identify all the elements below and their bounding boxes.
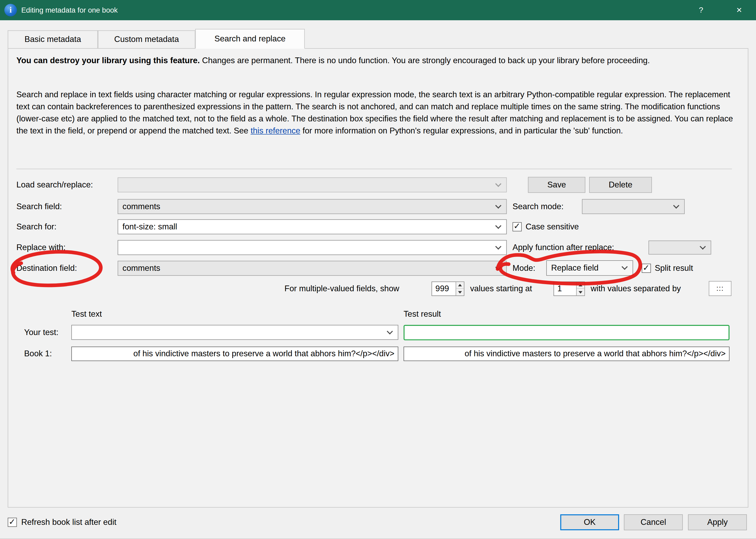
book1-label: Book 1:: [24, 346, 52, 361]
case-sensitive-checkbox[interactable]: [513, 222, 522, 231]
load-search-replace-combo[interactable]: [118, 178, 507, 193]
refresh-book-list-label: Refresh book list after edit: [21, 515, 117, 530]
book1-test-result-field[interactable]: of his vindictive masters to preserve a …: [404, 346, 729, 361]
cancel-button[interactable]: Cancel: [624, 514, 683, 530]
chevron-down-icon: [495, 243, 501, 249]
load-search-replace-label: Load search/replace:: [17, 178, 93, 193]
tab-custom-metadata[interactable]: Custom metadata: [98, 31, 195, 48]
chevron-down-icon: [673, 202, 679, 208]
spinner-up-icon[interactable]: [456, 282, 463, 289]
chevron-down-icon: [495, 202, 501, 208]
mode-combo[interactable]: Replace field: [546, 260, 633, 276]
spinner-up-icon[interactable]: [577, 282, 584, 289]
mode-value: Replace field: [551, 263, 599, 272]
save-button[interactable]: Save: [528, 177, 585, 193]
chevron-down-icon: [700, 243, 706, 249]
book1-test-text: of his vindictive masters to preserve a …: [133, 347, 395, 360]
spinner-down-icon[interactable]: [456, 289, 463, 295]
chevron-down-icon: [387, 328, 393, 334]
search-for-combo[interactable]: font-size: small: [118, 219, 507, 234]
refresh-book-list-checkbox[interactable]: [8, 518, 17, 527]
chevron-down-icon: [495, 181, 501, 187]
search-for-label: Search for:: [17, 219, 57, 234]
multi-fields-text2: values starting at: [470, 281, 532, 296]
warning-text: You can destroy your library using this …: [17, 54, 734, 67]
warning-rest: Changes are permanent. There is no undo …: [200, 56, 650, 65]
warning-bold: You can destroy your library using this …: [17, 56, 200, 65]
search-mode-label: Search mode:: [513, 199, 564, 214]
test-text-header: Test text: [71, 309, 102, 319]
help-button[interactable]: ?: [688, 0, 714, 20]
chevron-down-icon: [495, 223, 501, 229]
split-result-label: Split result: [655, 261, 693, 276]
apply-function-combo[interactable]: [648, 241, 711, 255]
apply-button[interactable]: Apply: [688, 514, 747, 530]
your-test-label: Your test:: [24, 325, 58, 340]
test-result-header: Test result: [404, 309, 441, 319]
reference-link[interactable]: this reference: [251, 126, 300, 135]
multi-fields-text1: For multiple-valued fields, show: [285, 281, 399, 296]
tab-basic-metadata[interactable]: Basic metadata: [8, 31, 98, 48]
apply-function-label: Apply function after replace:: [513, 240, 614, 255]
case-sensitive-label: Case sensitive: [526, 219, 579, 234]
replace-with-combo[interactable]: [118, 240, 507, 255]
replace-with-label: Replace with:: [17, 240, 66, 255]
description-text: Search and replace in text fields using …: [17, 89, 739, 137]
window-title: Editing metadata for one book: [21, 0, 118, 20]
delete-button[interactable]: Delete: [589, 177, 652, 193]
multi-start-value: 1: [557, 284, 562, 293]
description-after-link: for more information on Python's regular…: [300, 126, 623, 135]
chevron-down-icon: [495, 264, 501, 270]
separator-line: [17, 169, 732, 169]
info-icon: i: [4, 4, 17, 17]
destination-field-combo[interactable]: comments: [118, 261, 507, 276]
multi-start-spinner[interactable]: 1: [553, 281, 585, 296]
mode-label: Mode:: [513, 261, 536, 276]
multi-show-value: 999: [435, 284, 449, 293]
search-field-value: comments: [123, 202, 160, 211]
search-mode-combo[interactable]: [582, 199, 685, 214]
book1-test-result: of his vindictive masters to preserve a …: [465, 347, 726, 360]
metadata-dialog: i Editing metadata for one book ? ✕ Basi…: [0, 0, 756, 539]
book1-test-text-field[interactable]: of his vindictive masters to preserve a …: [71, 346, 398, 361]
multi-fields-text3: with values separated by: [591, 281, 681, 296]
destination-field-value: comments: [123, 264, 160, 273]
your-test-result-field[interactable]: [404, 325, 729, 340]
search-field-combo[interactable]: comments: [118, 199, 507, 214]
search-for-value: font-size: small: [123, 222, 177, 231]
chevron-down-icon: [622, 264, 628, 270]
spinner-buttons[interactable]: [456, 282, 464, 295]
spinner-buttons[interactable]: [576, 282, 584, 295]
close-button[interactable]: ✕: [724, 0, 754, 20]
tab-search-and-replace[interactable]: Search and replace: [195, 29, 305, 48]
your-test-combo[interactable]: [71, 325, 398, 340]
search-field-label: Search field:: [17, 199, 62, 214]
spinner-down-icon[interactable]: [577, 289, 584, 295]
split-result-checkbox[interactable]: [642, 264, 651, 273]
titlebar: i Editing metadata for one book ? ✕: [0, 0, 756, 20]
values-separator-input[interactable]: :::: [709, 281, 731, 296]
multi-show-spinner[interactable]: 999: [432, 281, 464, 296]
destination-field-label: Destination field:: [17, 261, 77, 276]
ok-button[interactable]: OK: [560, 514, 619, 530]
